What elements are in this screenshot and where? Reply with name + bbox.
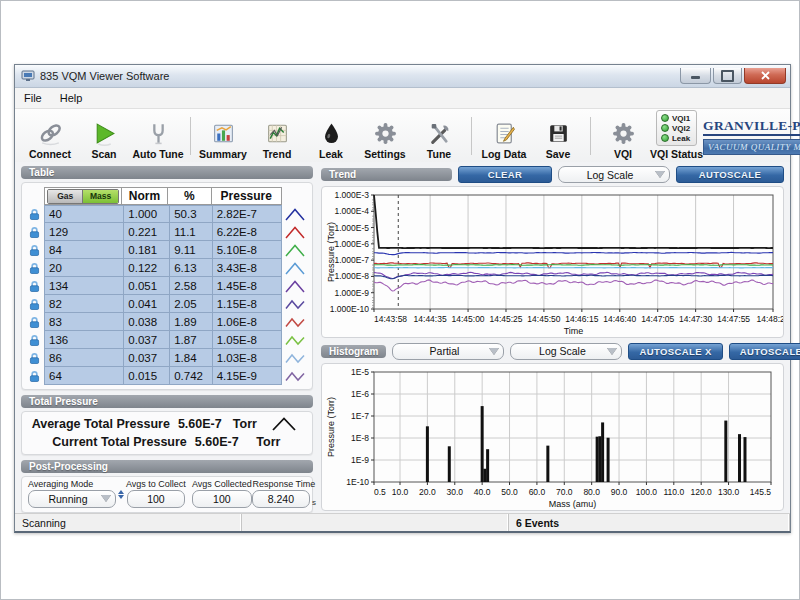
svg-text:14:47:55: 14:47:55 xyxy=(717,314,750,324)
row-sparkline xyxy=(282,223,308,241)
svg-text:145.5: 145.5 xyxy=(750,487,772,497)
svg-text:Pressure (Torr): Pressure (Torr) xyxy=(326,397,336,457)
response-time-value: 8.240 xyxy=(252,490,310,508)
spark-column-header xyxy=(282,187,308,205)
title-bar: 835 VQM Viewer Software xyxy=(15,65,790,88)
svg-text:14:46:15: 14:46:15 xyxy=(565,314,598,324)
row-sparkline xyxy=(282,241,308,259)
svg-text:80.0: 80.0 xyxy=(583,487,600,497)
lock-icon[interactable] xyxy=(24,259,44,277)
lock-icon[interactable] xyxy=(24,223,44,241)
right-column: Trend CLEAR Log Scale AUTOSCALE 1.000E-3… xyxy=(321,166,784,511)
cell-pct: 6.13 xyxy=(170,259,213,277)
lock-column-header xyxy=(24,187,44,205)
trend-clear-button[interactable]: CLEAR xyxy=(458,166,552,183)
cell-press: 2.82E-7 xyxy=(213,205,282,223)
col-header-pressure: Pressure xyxy=(212,187,283,205)
histogram-scale-dropdown[interactable]: Log Scale xyxy=(510,343,622,360)
lock-icon[interactable] xyxy=(24,241,44,259)
trend-chart[interactable]: 1.000E-31.000E-41.000E-51.000E-61.000E-7… xyxy=(321,186,784,338)
trend-section-header: Trend xyxy=(321,168,452,181)
toolbar-button-tune[interactable]: Tune xyxy=(412,111,466,161)
vqi-status-item-vqi2: VQI2 xyxy=(661,123,690,133)
cell-pct: 0.742 xyxy=(170,367,213,385)
menu-help[interactable]: Help xyxy=(51,90,92,106)
avgs-to-collect-stepper[interactable] xyxy=(118,490,124,499)
toggle-mass[interactable]: Mass xyxy=(82,190,117,203)
minimize-button[interactable] xyxy=(680,68,711,84)
lock-icon[interactable] xyxy=(24,295,44,313)
cell-norm: 0.051 xyxy=(124,277,170,295)
col-header-pct: % xyxy=(168,187,211,205)
toolbar-button-settings[interactable]: Settings xyxy=(358,111,412,161)
lock-icon[interactable] xyxy=(24,349,44,367)
svg-text:1.000E-8: 1.000E-8 xyxy=(335,271,370,281)
table-row[interactable]: 1360.0371.871.05E-8 xyxy=(24,331,308,349)
toolbar-label-leak: Leak xyxy=(319,148,343,160)
table-row[interactable]: 1340.0512.581.45E-8 xyxy=(24,277,308,295)
histogram-autoscale-y-button[interactable]: AUTOSCALE Y xyxy=(729,343,800,360)
cell-pct: 1.84 xyxy=(170,349,213,367)
total-pressure-section-header: Total Pressure xyxy=(21,395,313,408)
svg-text:1E-6: 1E-6 xyxy=(351,389,369,399)
averaging-mode-dropdown[interactable]: Running xyxy=(28,490,116,508)
svg-text:90.0: 90.0 xyxy=(611,487,628,497)
table-row[interactable]: 1290.22111.16.22E-8 xyxy=(24,223,308,241)
close-icon xyxy=(761,71,770,80)
toolbar-button-scan[interactable]: Scan xyxy=(77,111,131,161)
cell-press: 5.10E-8 xyxy=(213,241,282,259)
cell-mass: 82 xyxy=(44,295,124,313)
close-button[interactable] xyxy=(744,68,786,84)
toolbar-button-save[interactable]: Save xyxy=(531,111,585,161)
response-time-field: Response Time 8.240 s xyxy=(252,479,316,508)
table-row[interactable]: 401.00050.32.82E-7 xyxy=(24,205,308,223)
avgs-to-collect-input[interactable]: 100 xyxy=(127,490,185,508)
svg-text:50.0: 50.0 xyxy=(501,487,518,497)
vqi-status-group: VQI1VQI2LeakVQI Status xyxy=(650,112,703,160)
lock-icon[interactable] xyxy=(24,313,44,331)
bar-chart-icon xyxy=(211,121,236,146)
svg-text:14:48:21: 14:48:21 xyxy=(756,314,783,324)
toolbar-button-vqi[interactable]: VQI xyxy=(596,111,650,161)
toolbar-button-log-data[interactable]: Log Data xyxy=(477,111,531,161)
app-window: 835 VQM Viewer Software File Help Connec… xyxy=(14,64,791,533)
toolbar-button-summary[interactable]: Summary xyxy=(196,111,250,161)
row-sparkline xyxy=(282,349,308,367)
table-row[interactable]: 200.1226.133.43E-8 xyxy=(24,259,308,277)
toggle-gas[interactable]: Gas xyxy=(48,190,82,203)
table-row[interactable]: 820.0412.051.15E-8 xyxy=(24,295,308,313)
cell-norm: 0.122 xyxy=(124,259,170,277)
table-row[interactable]: 830.0381.891.06E-8 xyxy=(24,313,308,331)
lock-icon[interactable] xyxy=(24,367,44,385)
avgs-collected-label: Avgs Collected xyxy=(192,479,252,489)
lock-icon[interactable] xyxy=(24,331,44,349)
cell-norm: 0.015 xyxy=(124,367,170,385)
table-row[interactable]: 860.0371.841.03E-8 xyxy=(24,349,308,367)
cell-press: 1.06E-8 xyxy=(213,313,282,331)
histogram-autoscale-x-button[interactable]: AUTOSCALE X xyxy=(628,343,722,360)
cell-pct: 11.1 xyxy=(170,223,213,241)
trend-scale-dropdown[interactable]: Log Scale xyxy=(558,166,670,183)
maximize-button[interactable] xyxy=(713,68,742,84)
toolbar-label-vqi: VQI xyxy=(614,148,632,160)
toolbar-button-connect[interactable]: Connect xyxy=(23,111,77,161)
toolbar-button-leak[interactable]: Leak xyxy=(304,111,358,161)
toolbar-button-trend[interactable]: Trend xyxy=(250,111,304,161)
trend-autoscale-button[interactable]: AUTOSCALE xyxy=(676,166,784,183)
window-title: 835 VQM Viewer Software xyxy=(40,70,678,82)
table-section-header: Table xyxy=(21,166,313,179)
table-row[interactable]: 640.0150.7424.15E-9 xyxy=(24,367,308,385)
gas-mass-toggle[interactable]: Gas Mass xyxy=(47,189,119,204)
toolbar-label-settings: Settings xyxy=(364,148,405,160)
svg-text:14:45:00: 14:45:00 xyxy=(452,314,485,324)
histogram-chart[interactable]: 1E-51E-61E-71E-81E-91E-100.510.020.030.0… xyxy=(321,363,784,511)
row-sparkline xyxy=(282,331,308,349)
avgs-collected-field: Avgs Collected 100 xyxy=(192,479,252,508)
lock-icon[interactable] xyxy=(24,277,44,295)
svg-text:40.0: 40.0 xyxy=(474,487,491,497)
lock-icon[interactable] xyxy=(24,205,44,223)
table-row[interactable]: 840.1819.115.10E-8 xyxy=(24,241,308,259)
menu-file[interactable]: File xyxy=(15,90,51,106)
histogram-partial-dropdown[interactable]: Partial xyxy=(392,343,504,360)
toolbar-button-auto-tune[interactable]: Auto Tune xyxy=(131,111,185,161)
